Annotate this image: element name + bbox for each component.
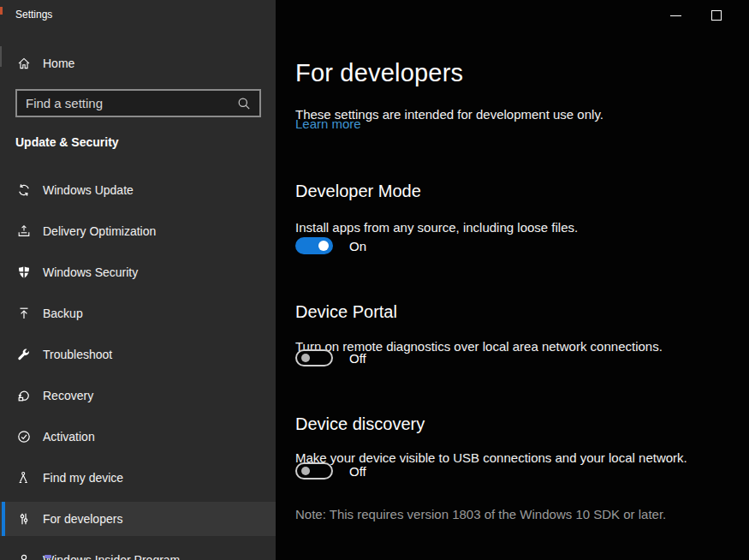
sidebar-item-label: Find my device	[43, 471, 123, 485]
page-title: For developers	[295, 59, 463, 87]
toggle-state-label: Off	[349, 464, 366, 479]
sidebar-item-label: Delivery Optimization	[43, 224, 156, 238]
map-pin-icon	[17, 471, 31, 485]
learn-more-link[interactable]: Learn more	[295, 116, 361, 131]
developer-mode-toggle[interactable]	[295, 237, 333, 254]
shield-icon	[17, 265, 31, 279]
sidebar-item-windows-insider-cutoff[interactable]: Windows Insider Program	[0, 543, 276, 560]
backup-icon	[17, 307, 31, 320]
settings-window: Settings Home Update & Security	[0, 0, 749, 560]
maximize-icon	[711, 10, 722, 21]
device-discovery-toggle-row: Off	[295, 462, 366, 480]
sidebar-item-activation[interactable]: Activation	[0, 420, 276, 454]
section-description: Install apps from any source, including …	[295, 220, 578, 235]
sidebar: Settings Home Update & Security	[0, 0, 276, 560]
device-portal-toggle-row: Off	[295, 349, 366, 366]
sidebar-item-home[interactable]: Home	[0, 46, 276, 80]
device-discovery-toggle[interactable]	[295, 462, 333, 480]
developer-icon	[17, 512, 31, 526]
recovery-icon	[17, 389, 31, 402]
sidebar-section-header: Update & Security	[15, 135, 119, 149]
sdk-note: Note: This requires version 1803 of the …	[295, 507, 666, 521]
person-icon	[17, 553, 31, 560]
sidebar-item-label: For developers	[43, 512, 122, 526]
sidebar-item-recovery[interactable]: Recovery	[0, 378, 276, 413]
toggle-knob	[318, 241, 329, 251]
minimize-icon	[670, 15, 681, 16]
main-content: For developers These settings are intend…	[276, 0, 749, 560]
search-icon	[237, 97, 251, 110]
sidebar-nav: Windows Update Delivery Optimization	[0, 173, 276, 560]
developer-mode-toggle-row: On	[295, 237, 366, 254]
section-heading-developer-mode: Developer Mode	[295, 182, 421, 201]
screen-edge-artifact	[45, 555, 51, 558]
section-heading-device-portal: Device Portal	[295, 302, 397, 322]
toggle-knob	[301, 354, 310, 362]
sidebar-item-label: Recovery	[43, 389, 93, 402]
section-heading-device-discovery: Device discovery	[295, 414, 425, 434]
sidebar-item-windows-security[interactable]: Windows Security	[0, 255, 276, 289]
device-portal-toggle[interactable]	[295, 349, 333, 366]
maximize-button[interactable]	[704, 3, 729, 28]
sidebar-item-troubleshoot[interactable]: Troubleshoot	[0, 337, 276, 372]
sidebar-item-for-developers[interactable]: For developers	[0, 502, 276, 536]
home-icon	[17, 57, 31, 70]
window-title: Settings	[15, 9, 52, 21]
delivery-icon	[17, 224, 31, 238]
sidebar-item-windows-update[interactable]: Windows Update	[0, 173, 276, 207]
sidebar-item-find-my-device[interactable]: Find my device	[0, 461, 276, 495]
wrench-icon	[17, 348, 31, 361]
search-box	[15, 89, 261, 117]
toggle-state-label: On	[349, 239, 366, 253]
screen-edge-artifact	[0, 46, 2, 67]
sync-icon	[17, 183, 31, 197]
sidebar-item-label: Activation	[43, 430, 95, 444]
check-circle-icon	[17, 430, 31, 444]
toggle-knob	[301, 467, 310, 475]
sidebar-item-label: Windows Update	[43, 183, 134, 197]
sidebar-item-delivery-optimization[interactable]: Delivery Optimization	[0, 214, 276, 248]
sidebar-item-label: Windows Security	[43, 265, 138, 279]
search-input[interactable]	[17, 91, 237, 116]
toggle-state-label: Off	[349, 351, 366, 366]
sidebar-item-backup[interactable]: Backup	[0, 296, 276, 331]
screen-edge-artifact	[0, 7, 3, 15]
minimize-button[interactable]	[663, 3, 688, 28]
sidebar-item-label: Home	[43, 57, 74, 70]
sidebar-item-label: Backup	[43, 307, 83, 320]
sidebar-item-label: Windows Insider Program	[43, 553, 180, 560]
sidebar-item-label: Troubleshoot	[43, 348, 112, 361]
